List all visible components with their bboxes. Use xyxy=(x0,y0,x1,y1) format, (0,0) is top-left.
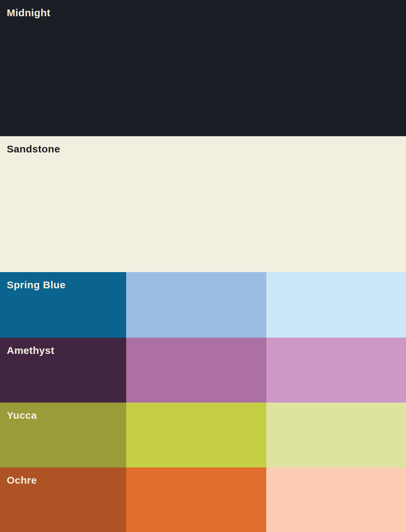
yucca-mid-swatch xyxy=(126,403,266,467)
midnight-title: Midnight xyxy=(0,0,406,19)
section-ochre: Ochre xyxy=(0,467,406,532)
yucca-title: Yucca xyxy=(0,403,126,421)
section-amethyst: Amethyst xyxy=(0,338,406,403)
sandstone-swatch: Sandstone xyxy=(0,136,406,272)
amethyst-dark-swatch: Amethyst xyxy=(0,338,126,403)
section-yucca: Yucca xyxy=(0,403,406,467)
spring-blue-light-swatch xyxy=(266,272,406,338)
amethyst-title: Amethyst xyxy=(0,338,126,357)
ochre-mid-swatch xyxy=(126,467,266,532)
spring-blue-mid-swatch xyxy=(126,272,266,338)
ochre-light-swatch xyxy=(266,467,406,532)
section-spring-blue: Spring Blue xyxy=(0,272,406,338)
ochre-dark-swatch: Ochre xyxy=(0,467,126,532)
yucca-light-swatch xyxy=(266,403,406,467)
spring-blue-dark-swatch: Spring Blue xyxy=(0,272,126,338)
spring-blue-title: Spring Blue xyxy=(0,272,126,291)
amethyst-mid-swatch xyxy=(126,338,266,403)
ochre-title: Ochre xyxy=(0,467,126,486)
sandstone-title: Sandstone xyxy=(0,136,406,155)
color-palette-page: Midnight Sandstone Spring Blue Amethyst … xyxy=(0,0,406,532)
yucca-dark-swatch: Yucca xyxy=(0,403,126,467)
section-sandstone: Sandstone xyxy=(0,136,406,272)
amethyst-light-swatch xyxy=(266,338,406,403)
section-midnight: Midnight xyxy=(0,0,406,136)
midnight-swatch: Midnight xyxy=(0,0,406,136)
